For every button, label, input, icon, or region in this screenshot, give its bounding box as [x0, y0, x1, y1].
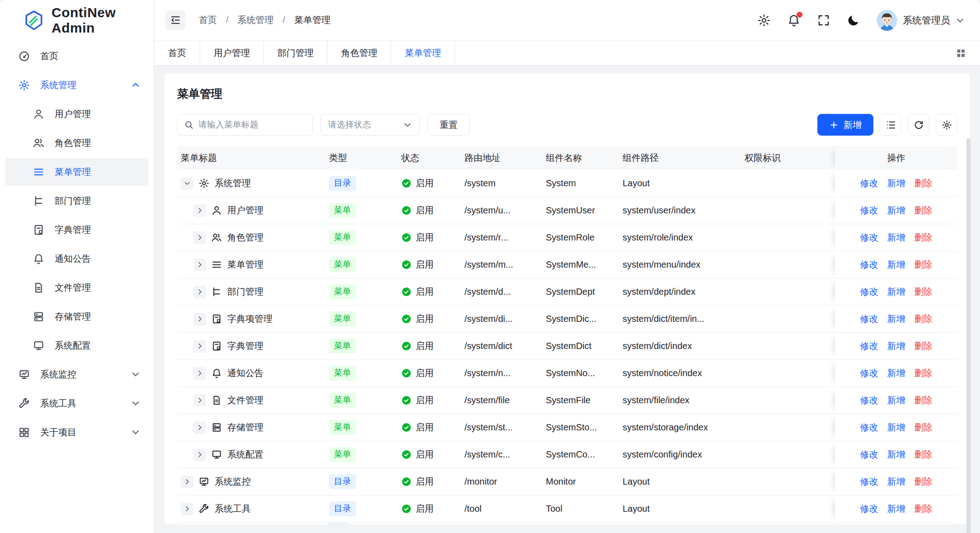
type-badge: 菜单	[329, 420, 356, 435]
row-delete-link[interactable]: 删除	[914, 367, 933, 379]
row-delete-link[interactable]: 删除	[914, 204, 933, 217]
row-edit-link[interactable]: 修改	[860, 313, 878, 325]
table-row-9: 存储管理菜单启用/system/st...SystemSto...system/…	[177, 414, 957, 441]
sidebar-item-8[interactable]: 文件管理	[5, 274, 149, 302]
row-expand-button[interactable]	[193, 448, 206, 461]
row-expand-button[interactable]	[181, 476, 193, 488]
sidebar-item-2[interactable]: 用户管理	[5, 100, 149, 128]
tab-2[interactable]: 部门管理	[264, 41, 328, 65]
row-edit-link[interactable]: 修改	[860, 421, 878, 434]
sidebar-item-9[interactable]: 存储管理	[5, 302, 149, 330]
row-add-link[interactable]: 新增	[887, 394, 905, 406]
tab-1[interactable]: 用户管理	[200, 41, 264, 65]
search-input[interactable]	[198, 120, 309, 130]
user-menu[interactable]: 系统管理员	[877, 10, 965, 31]
vertical-scrollbar[interactable]	[966, 138, 971, 533]
row-add-link[interactable]: 新增	[887, 503, 905, 515]
menu-title-search[interactable]	[177, 114, 313, 136]
row-edit-link[interactable]: 修改	[860, 340, 878, 352]
fullscreen-icon[interactable]	[817, 14, 830, 27]
row-expand-button[interactable]	[193, 259, 206, 271]
row-edit-link[interactable]: 修改	[860, 394, 878, 406]
row-edit-link[interactable]: 修改	[860, 503, 878, 515]
row-delete-link[interactable]: 删除	[914, 340, 933, 352]
row-add-link[interactable]: 新增	[887, 313, 905, 325]
row-add-link[interactable]: 新增	[887, 476, 905, 488]
row-add-link[interactable]: 新增	[887, 367, 905, 379]
row-delete-link[interactable]: 删除	[914, 421, 933, 434]
row-expand-button[interactable]	[181, 503, 193, 515]
tab-list-grid-icon[interactable]	[953, 45, 968, 61]
row-delete-link[interactable]: 删除	[914, 177, 933, 189]
row-delete-link[interactable]: 删除	[914, 259, 933, 271]
row-delete-link[interactable]: 删除	[914, 503, 933, 515]
settings-icon[interactable]	[757, 14, 771, 27]
status-text: 启用	[416, 476, 434, 488]
row-edit-link[interactable]: 修改	[860, 367, 878, 379]
table-row-5: 字典项管理菜单启用/system/di...SystemDic...system…	[177, 306, 957, 333]
row-add-link[interactable]: 新增	[887, 177, 905, 189]
row-add-link[interactable]: 新增	[887, 340, 905, 352]
row-add-link[interactable]: 新增	[887, 259, 905, 271]
dark-mode-moon-icon[interactable]	[847, 14, 860, 27]
sidebar-item-6[interactable]: 字典管理	[5, 216, 149, 244]
row-edit-link[interactable]: 修改	[860, 259, 878, 271]
row-edit-link[interactable]: 修改	[860, 231, 878, 244]
row-edit-link[interactable]: 修改	[860, 286, 878, 298]
breadcrumb-item-1[interactable]: 系统管理	[238, 14, 274, 26]
sidebar-item-10[interactable]: 系统配置	[5, 331, 149, 359]
row-delete-link[interactable]: 删除	[914, 286, 933, 298]
grid-icon	[18, 426, 30, 439]
sidebar-item-11[interactable]: 系统监控	[5, 360, 149, 388]
gear-icon	[198, 178, 210, 189]
status-select[interactable]: 请选择状态	[320, 114, 420, 136]
row-add-link[interactable]: 新增	[887, 204, 905, 217]
refresh-button[interactable]	[908, 114, 929, 136]
sidebar-item-12[interactable]: 系统工具	[5, 389, 149, 417]
row-expand-button[interactable]	[193, 231, 206, 244]
notification-bell-icon[interactable]	[787, 14, 801, 27]
avatar	[877, 10, 897, 31]
expand-rows-button[interactable]	[880, 114, 901, 136]
row-edit-link[interactable]: 修改	[860, 476, 878, 488]
row-delete-link[interactable]: 删除	[914, 231, 933, 244]
sidebar-item-3[interactable]: 角色管理	[5, 129, 149, 157]
row-expand-button[interactable]	[193, 340, 206, 353]
tab-3[interactable]: 角色管理	[328, 41, 391, 65]
row-add-link[interactable]: 新增	[887, 231, 905, 244]
row-expand-button[interactable]	[193, 286, 206, 298]
row-add-link[interactable]: 新增	[887, 448, 905, 461]
row-delete-link[interactable]: 删除	[914, 394, 933, 406]
sidebar-item-7[interactable]: 通知公告	[5, 245, 149, 273]
row-expand-button[interactable]	[193, 367, 206, 380]
row-edit-link[interactable]: 修改	[860, 177, 878, 189]
row-delete-link[interactable]: 删除	[914, 448, 933, 461]
row-delete-link[interactable]: 删除	[914, 313, 933, 325]
breadcrumb-item-0[interactable]: 首页	[199, 14, 217, 26]
column-settings-button[interactable]	[936, 114, 957, 136]
row-delete-link[interactable]: 删除	[914, 476, 933, 488]
sidebar-menu: 首页系统管理用户管理角色管理菜单管理部门管理字典管理通知公告文件管理存储管理系统…	[0, 40, 154, 446]
add-button[interactable]: 新增	[817, 114, 873, 136]
sidebar-collapse-button[interactable]	[165, 10, 185, 30]
sidebar-item-5[interactable]: 部门管理	[5, 187, 149, 215]
row-expand-button[interactable]	[193, 204, 206, 217]
row-add-link[interactable]: 新增	[887, 421, 905, 434]
row-expand-button[interactable]	[193, 313, 206, 325]
tab-4[interactable]: 菜单管理	[391, 41, 455, 65]
reset-button[interactable]: 重置	[427, 114, 470, 136]
row-edit-link[interactable]: 修改	[860, 448, 878, 461]
row-add-link[interactable]: 新增	[887, 286, 905, 298]
row-expand-button[interactable]	[181, 177, 193, 190]
breadcrumb-item-2[interactable]: 菜单管理	[294, 14, 330, 26]
row-expand-button[interactable]	[193, 421, 206, 434]
sidebar-item-1[interactable]: 系统管理	[5, 71, 149, 99]
table-header-row: 菜单标题类型状态路由地址组件名称组件路径权限标识操作	[177, 146, 957, 170]
sidebar-item-4[interactable]: 菜单管理	[5, 158, 149, 186]
sidebar-item-13[interactable]: 关于项目	[5, 418, 149, 446]
menu-title: 存储管理	[227, 421, 263, 434]
tab-0[interactable]: 首页	[155, 41, 200, 65]
sidebar-item-0[interactable]: 首页	[5, 42, 149, 70]
row-edit-link[interactable]: 修改	[860, 204, 878, 217]
row-expand-button[interactable]	[193, 394, 206, 407]
